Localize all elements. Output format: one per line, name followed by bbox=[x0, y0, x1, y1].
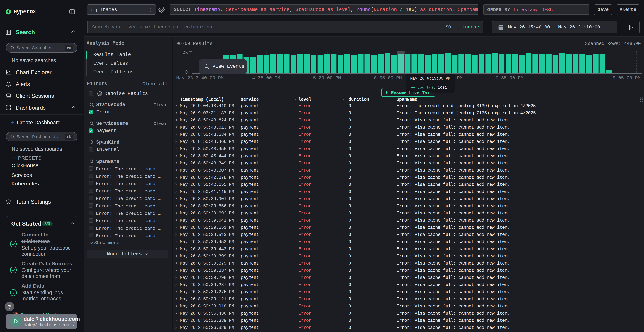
svg-text:0: 0 bbox=[185, 70, 188, 75]
svg-text:2K: 2K bbox=[182, 50, 188, 55]
